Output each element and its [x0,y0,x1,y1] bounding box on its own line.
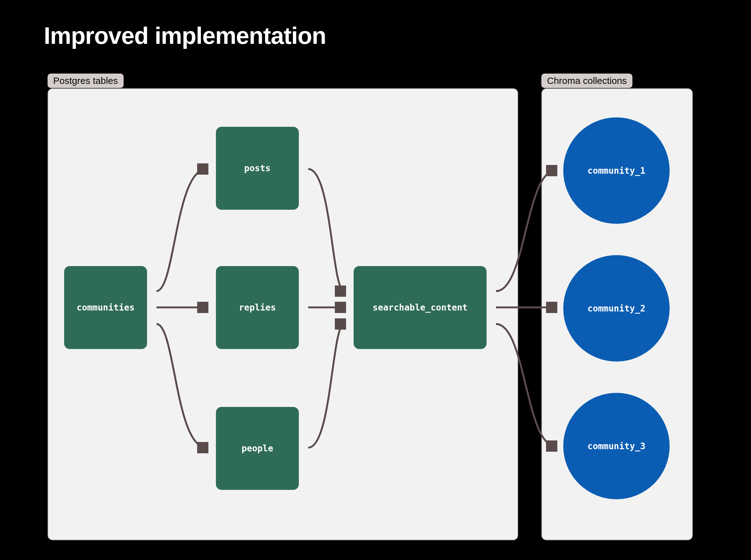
diagram-title: Improved implementation [44,22,326,49]
table-searchable-content: searchable_content [353,266,487,349]
postgres-panel-label: Postgres tables [47,74,124,88]
table-people: people [216,407,299,490]
chroma-panel-label: Chroma collections [541,74,632,88]
table-communities: communities [64,266,147,349]
table-replies: replies [216,266,299,349]
table-posts: posts [216,127,299,210]
diagram-root: Improved implementation Postgres tables … [0,0,751,560]
collection-community-1: community_1 [563,117,670,224]
collection-community-2: community_2 [563,255,670,362]
collection-community-3: community_3 [563,393,670,499]
